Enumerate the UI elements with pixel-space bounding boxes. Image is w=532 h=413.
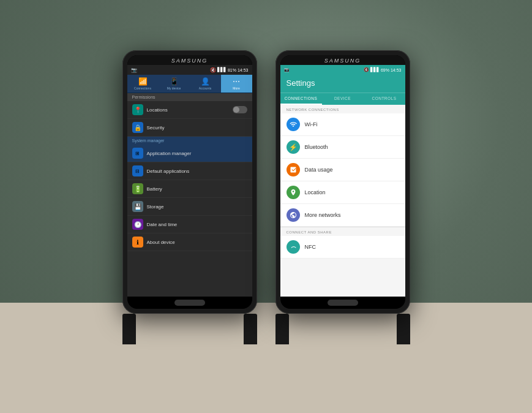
battery-icon: 🔋 xyxy=(132,183,143,194)
location-icon xyxy=(287,186,300,199)
about-item[interactable]: ℹ About device xyxy=(127,233,252,251)
phone1-screen: Permissions 📍 Locations 🔒 Security xyxy=(127,93,252,297)
mydevice-label: My device xyxy=(167,86,181,90)
bluetooth-icon: ⚡ xyxy=(287,140,300,154)
storage-icon: 💾 xyxy=(132,201,143,212)
phone2-inner: SAMSUNG 📷 🔇 ▋▋▋ 69% 14:53 xyxy=(280,55,405,309)
default-apps-label: Default applications xyxy=(147,169,247,174)
datetime-icon: 🕐 xyxy=(132,219,143,230)
phone2-status-right: 🔇 ▋▋▋ 69% 14:53 xyxy=(364,67,402,72)
datetime-label: Date and time xyxy=(147,222,247,227)
tab-connections[interactable]: CONNECTIONS xyxy=(280,93,322,105)
location-row[interactable]: Location xyxy=(280,181,405,204)
nfc-label: NFC xyxy=(305,244,317,250)
phone1-status-right: 🔇 ▋▋▋ 81% 14:53 xyxy=(210,67,249,73)
phone1-brand: SAMSUNG xyxy=(127,55,252,65)
phone2-home-button[interactable] xyxy=(328,300,358,306)
tab-device-label: DEVICE xyxy=(334,96,351,100)
phone1-dock xyxy=(122,314,257,344)
connections-icon: 📶 xyxy=(138,77,148,86)
phone1-time: 14:53 xyxy=(238,68,249,72)
datetime-item[interactable]: 🕐 Date and time xyxy=(127,216,252,233)
phone1-status-left: 📷 xyxy=(131,67,137,73)
phone2-brand: SAMSUNG xyxy=(280,55,405,65)
phone1-home-button[interactable] xyxy=(174,300,205,306)
location-label: Location xyxy=(305,189,326,195)
phone2-mute-icon: 🔇 xyxy=(364,67,369,72)
nfc-icon xyxy=(287,240,300,254)
phone1-nav-tabs: 📶 Connections 📱 My device 👤 Accounts ⋯ M… xyxy=(127,75,252,93)
more-icon: ⋯ xyxy=(233,77,240,86)
tab-connections-label: CONNECTIONS xyxy=(285,96,318,100)
phone1-screenshot-icon: 📷 xyxy=(131,67,137,73)
wifi-label: Wi-Fi xyxy=(305,121,318,127)
bluetooth-label: Bluetooth xyxy=(305,144,328,150)
network-connections-label: NETWORK CONNECTIONS xyxy=(280,105,405,113)
app-manager-item[interactable]: ⊞ Application manager xyxy=(127,145,252,162)
phone1-inner: SAMSUNG 📷 🔇 ▋▋▋ 81% 14:53 xyxy=(127,55,252,309)
security-item[interactable]: 🔒 Security xyxy=(127,119,252,137)
connect-share-label: CONNECT AND SHARE xyxy=(280,227,405,236)
security-label: Security xyxy=(147,125,247,131)
nav-tab-mydevice[interactable]: 📱 My device xyxy=(159,75,190,93)
phone2-signal: ▋▋▋ xyxy=(370,67,380,72)
battery-item[interactable]: 🔋 Battery xyxy=(127,180,252,198)
phone2-screenshot-icon: 📷 xyxy=(284,67,290,72)
storage-item[interactable]: 💾 Storage xyxy=(127,198,252,216)
phone1-mute-icon: 🔇 xyxy=(210,67,216,73)
phone2-battery: 69% xyxy=(381,68,389,72)
locations-item[interactable]: 📍 Locations xyxy=(127,101,252,119)
tab-device[interactable]: DEVICE xyxy=(322,93,364,105)
app-manager-label: Application manager xyxy=(147,151,247,156)
wifi-icon xyxy=(287,118,300,131)
default-apps-item[interactable]: ⊟ Default applications xyxy=(127,162,252,180)
mydevice-icon: 📱 xyxy=(170,77,179,86)
phone2-status-left: 📷 xyxy=(284,67,290,72)
phone2-tabs: CONNECTIONS DEVICE CONTROLS xyxy=(280,93,405,105)
dock-leg-left xyxy=(122,314,136,344)
datausage-icon xyxy=(287,163,300,176)
locations-toggle[interactable] xyxy=(233,106,247,113)
app-manager-icon: ⊞ xyxy=(132,148,143,159)
phone1-wrapper: SAMSUNG 📷 🔇 ▋▋▋ 81% 14:53 xyxy=(122,50,257,344)
dock2-leg-left xyxy=(275,314,289,344)
storage-label: Storage xyxy=(147,204,247,210)
phone2-wrapper: SAMSUNG 📷 🔇 ▋▋▋ 69% 14:53 xyxy=(275,50,410,344)
phone2-screen: Settings CONNECTIONS DEVICE CONTROLS xyxy=(280,75,405,297)
system-manager-label: System manager xyxy=(132,138,165,143)
connections-label: Connections xyxy=(134,86,151,90)
security-icon: 🔒 xyxy=(132,122,143,133)
phone1-battery: 81% xyxy=(228,68,236,72)
datausage-label: Data usage xyxy=(305,167,333,173)
nav-tab-accounts[interactable]: 👤 Accounts xyxy=(190,75,221,93)
accounts-icon: 👤 xyxy=(201,77,210,86)
datausage-row[interactable]: Data usage xyxy=(280,159,405,181)
morenetworks-row[interactable]: More networks xyxy=(280,204,405,227)
tab-controls-label: CONTROLS xyxy=(372,96,396,100)
system-manager-header: System manager xyxy=(127,137,252,145)
locations-label: Locations xyxy=(147,107,229,113)
battery-label: Battery xyxy=(147,186,247,192)
about-icon: ℹ xyxy=(132,237,143,248)
dock-leg-right xyxy=(244,314,257,344)
phone1-signal: ▋▋▋ xyxy=(217,67,227,72)
nav-tab-connections[interactable]: 📶 Connections xyxy=(127,75,159,93)
dock2-leg-right xyxy=(397,314,410,344)
nfc-row[interactable]: NFC xyxy=(280,236,405,259)
permissions-header: Permissions xyxy=(127,93,252,101)
nav-tab-more[interactable]: ⋯ More xyxy=(221,75,252,93)
toggle-knob xyxy=(233,107,239,113)
about-label: About device xyxy=(147,240,247,245)
settings-title: Settings xyxy=(287,78,315,88)
phone2-status-bar: 📷 🔇 ▋▋▋ 69% 14:53 xyxy=(280,65,405,75)
bluetooth-row[interactable]: ⚡ Bluetooth xyxy=(280,136,405,159)
morenetworks-label: More networks xyxy=(305,212,341,218)
permissions-label: Permissions xyxy=(132,95,155,99)
morenetworks-icon xyxy=(287,208,300,222)
more-label: More xyxy=(233,86,239,90)
phone2-time: 14:53 xyxy=(391,68,402,72)
phone1: SAMSUNG 📷 🔇 ▋▋▋ 81% 14:53 xyxy=(122,50,257,314)
accounts-label: Accounts xyxy=(199,86,212,90)
wifi-row[interactable]: Wi-Fi xyxy=(280,113,405,136)
tab-controls[interactable]: CONTROLS xyxy=(364,93,405,105)
